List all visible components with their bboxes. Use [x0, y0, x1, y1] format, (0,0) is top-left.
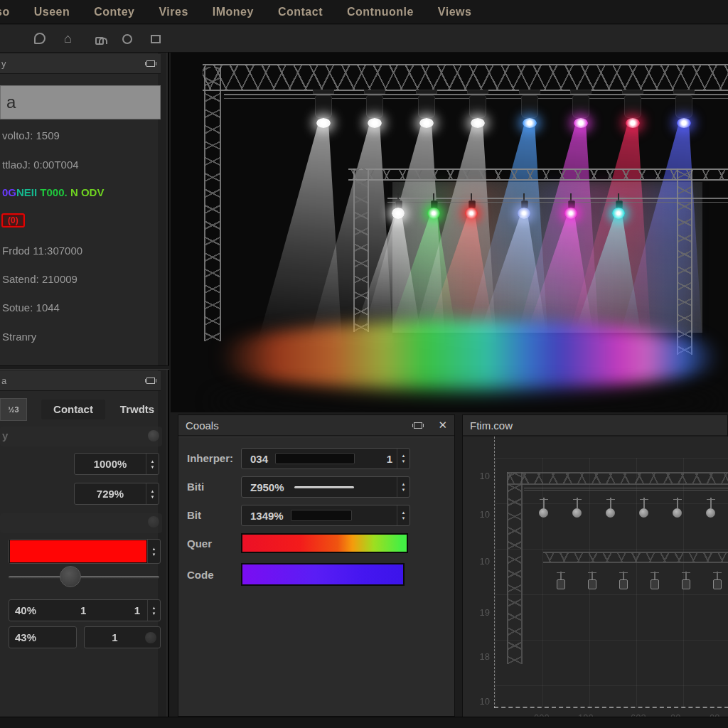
menu-item-contey[interactable]: Contey — [94, 6, 134, 18]
fixture-clamp — [313, 90, 334, 94]
property-line-2: ttlaoJ: 0:00T004 — [2, 159, 79, 171]
preview-panel-header: Ftim.cow — [463, 415, 727, 437]
fixture-lens — [523, 118, 537, 128]
spinner-icon[interactable] — [147, 600, 160, 621]
row-knob[interactable] — [148, 516, 159, 528]
panel-frame-icon[interactable] — [414, 422, 422, 429]
percent-field[interactable]: 43% — [9, 626, 77, 648]
row2-slider[interactable] — [294, 486, 354, 488]
stage-3d-viewport[interactable] — [171, 53, 728, 412]
colored-segment: T000. — [40, 186, 67, 198]
menu-item-so[interactable]: so — [0, 6, 10, 18]
frame-icon[interactable] — [151, 35, 161, 43]
mixed-value-row[interactable]: 40% 1 1 — [9, 599, 161, 621]
moving-head-fixture[interactable] — [418, 95, 435, 118]
row3-label: Bit — [187, 509, 201, 521]
plan-rail-top — [524, 488, 728, 491]
hue-slider-track[interactable] — [9, 576, 159, 579]
toolbar: ⌂ — [0, 25, 728, 53]
property-line-4: Satend: 210009 — [2, 273, 77, 285]
menu-item-useen[interactable]: Useen — [34, 6, 70, 18]
fixture-clamp — [570, 90, 592, 94]
lasso-icon[interactable] — [34, 33, 46, 44]
plan-lamp — [610, 498, 611, 508]
plan-lamp-small — [623, 572, 624, 579]
coords-panel-title: Cooals — [186, 419, 219, 432]
menu-item-imoney[interactable]: IMoney — [213, 6, 254, 18]
menu-item-contact[interactable]: Contact — [278, 6, 323, 18]
spinner-icon[interactable] — [397, 505, 410, 525]
plan-axis-vertical — [494, 437, 495, 708]
panel-frame-icon[interactable] — [146, 378, 155, 384]
fixture-lens — [316, 118, 331, 128]
plan-grid — [496, 458, 728, 708]
spinner-icon[interactable] — [146, 454, 159, 474]
fixture-lens — [419, 118, 434, 128]
plan-y-tick-label: 10 — [469, 696, 490, 707]
gradient-violet-blue[interactable] — [241, 563, 405, 586]
menu-item-vires[interactable]: Vires — [159, 6, 188, 18]
circle-icon[interactable] — [122, 34, 132, 44]
floor-wash-reflection — [210, 385, 723, 412]
plan-lamp-small — [592, 572, 593, 579]
moving-head-fixture[interactable] — [675, 95, 692, 118]
par-clamp — [618, 193, 619, 205]
panel-frame-icon[interactable] — [146, 60, 155, 67]
row3-bar[interactable] — [291, 510, 352, 521]
plan-lamp-small — [685, 572, 687, 579]
preview-panel: Ftim.cow 101010191810 0001906030008 — [462, 414, 728, 717]
property-line-5: Sotue: 1044 — [2, 301, 60, 314]
row2-control[interactable]: Z950% — [241, 476, 410, 498]
menu-item-contnuonle[interactable]: Contnuonle — [347, 6, 414, 18]
spinner-icon[interactable] — [146, 483, 159, 504]
tab-contact[interactable]: Contact — [41, 400, 105, 419]
fixture-clamp — [467, 90, 488, 94]
moving-head-fixture[interactable] — [521, 95, 538, 118]
row3-control[interactable]: 1349% — [241, 505, 410, 526]
color-swatch-red[interactable] — [9, 539, 161, 564]
dmx-universe-line: 0GNEII T000. N ODV — [2, 186, 104, 198]
tab-fraction[interactable]: ½3 — [0, 398, 27, 421]
name-input[interactable] — [0, 85, 161, 119]
plan-lamp-small — [717, 572, 718, 579]
par-clamp — [570, 193, 572, 205]
value-field[interactable]: 1 — [84, 626, 161, 648]
row1-control[interactable]: 034 1 — [241, 448, 410, 469]
moving-head-fixture[interactable] — [572, 95, 589, 118]
fixture-clamp — [364, 90, 385, 94]
plan-y-tick-label: 10 — [469, 556, 490, 567]
row-knob[interactable] — [148, 430, 159, 441]
settings-panel-header: a — [0, 371, 161, 391]
panel-divider — [0, 365, 169, 370]
sidebar: y voltoJ: 1509 ttlaoJ: 0:00T004 0GNEII T… — [0, 53, 169, 717]
lock-icon[interactable] — [95, 37, 104, 45]
row1-bar[interactable] — [275, 453, 355, 464]
percent-spinner-2[interactable]: 729% — [74, 483, 159, 505]
moving-head-fixture[interactable] — [624, 95, 641, 118]
fixture-clamp — [416, 90, 437, 94]
home-icon[interactable]: ⌂ — [64, 32, 77, 45]
tab-trwdts[interactable]: Trwdts — [112, 400, 162, 419]
moving-head-fixture[interactable] — [366, 95, 383, 118]
plan-truss-mid — [543, 552, 728, 563]
gradient-red-green[interactable] — [241, 533, 408, 553]
plan-lamp — [643, 498, 645, 508]
red-fill — [9, 540, 147, 563]
row-track — [0, 427, 162, 446]
par-clamp — [471, 193, 472, 205]
coords-panel: Cooals ✕ Inherper: 034 1 Biti Z950% Bit … — [178, 414, 455, 717]
menu-bar: soUseenConteyViresIMoneyContactContnuonl… — [0, 0, 728, 24]
moving-head-fixture[interactable] — [315, 95, 332, 118]
fixture-lens — [368, 118, 382, 128]
close-icon[interactable]: ✕ — [438, 419, 447, 432]
spinner-icon[interactable] — [397, 477, 410, 497]
hue-slider-knob[interactable] — [60, 566, 81, 587]
field-knob[interactable] — [145, 632, 156, 643]
moving-head-fixture[interactable] — [469, 95, 486, 118]
percent-spinner-1[interactable]: 1000% — [74, 453, 159, 475]
colored-segment: N ODV — [68, 186, 105, 198]
spinner-icon[interactable] — [397, 449, 410, 469]
property-line-6: Stranry — [2, 331, 36, 343]
spinner-icon[interactable] — [147, 540, 160, 563]
menu-item-views[interactable]: Views — [438, 6, 472, 18]
